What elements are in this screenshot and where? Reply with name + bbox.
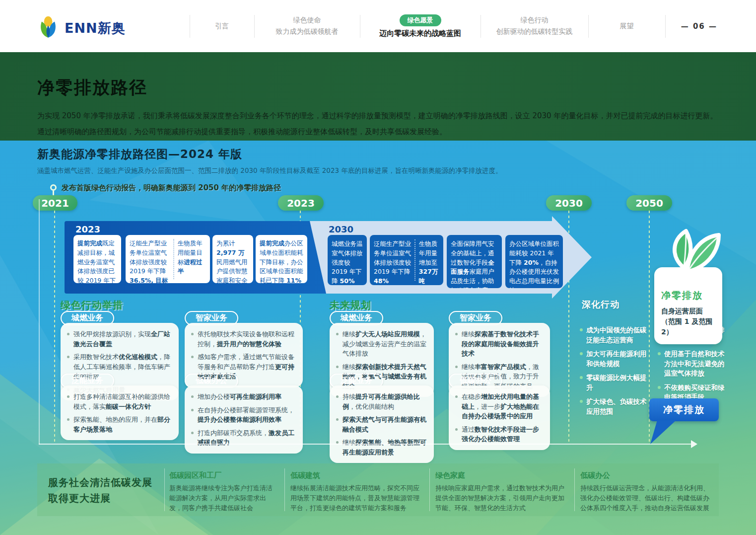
band-divider [429,468,430,511]
footer-col-office-heading: 低碳办公 [580,471,610,480]
leaves-icon [666,226,726,278]
milestone-box-2023-panenergy: 泛能生产型业务单位温室气体排放强度较 2019 年下降 36.5%, 目标进程过… [126,235,210,283]
milestone-2021-note: 发布首版绿色行动报告，明确新奥能源到 2050 年的净零排放路径 [62,183,281,193]
netzero-badge: 净零排放 自身运营层面 （范围 1 及范围 2） [654,267,722,344]
footer-col-family-body: 持续响应家庭用户需求，通过数智技术为用户提供全面的智慧解决方案，引领用户走向更加… [435,483,567,513]
year-pill-2050: 2050 [626,195,672,211]
diagram-title: 新奥能源净零排放路径图—2024 年版 [37,147,242,162]
year-pill-2030: 2030 [546,195,592,211]
card-actions-panenergy: 打造多种清洁能源互补的能源供给模式，落实能碳一体化方针 探索氢能、地热的应用，并… [61,385,179,440]
netzero-badge-scope-line1: 自身运营层面 [661,306,715,316]
diagram-subtitle: 涵盖城市燃气运营、泛能生产设施及办公层面范围一、范围二排放的 2030 年阶段性… [37,166,502,175]
footer-col-family-heading: 绿色家庭 [435,471,465,480]
hero-band: 净零排放路径 为实现 2050 年净零排放承诺，我们秉承将低碳发展深度整合到业务… [0,52,756,141]
enn-logo[interactable]: ENN新奥 [37,15,126,42]
milestone-box-2023-smarthome: 为累计2,977 万民用燃气用户提供智慧家庭和安全服务 [212,235,253,283]
top-nav-bar: ENN新奥 引言 绿色使命 致力成为低碳领航者 绿色愿景 迈向零碳未来的战略蓝图… [0,0,756,52]
year-pill-2023: 2023 [278,195,324,211]
footer-col-office-body: 持续践行低碳运营理念，从能源清洁化利用、强化办公楼能效管理、低碳出行、构建低碳办… [580,483,713,513]
netzero-badge-scope-line2: （范围 1 及范围 2） [661,316,715,337]
page-number: — 06 — [681,0,717,52]
pin-icon [50,184,57,191]
footer-col-parks-heading: 低碳园区和工厂 [169,471,221,480]
section-heading-future: 未来规划 [330,299,371,312]
footer-col-parks-body: 新奥能源将继续专注为客户打造清洁能源解决方案，从用户实际需求出发，同客户携手共建… [169,483,277,513]
society-progress-band: 服务社会清洁低碳发展 取得更大进展 低碳园区和工厂 新奥能源将继续专注为客户打造… [37,463,719,516]
nav-item-green-mission[interactable]: 绿色使命 致力成为低碳领航者 [254,0,360,52]
target-box-2030-smarthome: 全面保障用气安全的基础上，通过数智化手段全面服务家庭用户品质生活，协助打造绿色家… [447,235,502,288]
intro-paragraph: 为实现 2050 年净零排放承诺，我们秉承将低碳发展深度整合到业务各个环节的理念… [37,108,722,140]
arrow-label-2030: 2030 [329,224,353,234]
enn-leaf-icon [37,15,60,42]
target-box-2030-citygas: 城燃业务温室气体排放强度较 2019 年下降 50% [328,235,367,285]
milestone-box-2023-office: 提前完成办公区域单位面积能耗下降目标，办公区域单位面积能耗已下降 11% [256,235,307,283]
footer-col-buildings-body: 继续拓展清洁能源技术应用范畴，探究不同应用场景下建筑的用能特点，普及智慧能源管理… [290,483,422,513]
report-page: ENN新奥 引言 绿色使命 致力成为低碳领航者 绿色愿景 迈向零碳未来的战略蓝图… [0,0,756,535]
netzero-callout-bubble: 净零排放 [649,398,719,421]
chart-axis-horizontal [39,444,691,445]
arrow-label-2023: 2023 [75,224,100,234]
band-divider [574,468,575,511]
netzero-callout-tail [650,420,678,447]
nav-item-green-action[interactable]: 绿色行动 创新驱动的低碳转型实践 [481,0,588,52]
enn-logo-text: ENN新奥 [65,19,126,37]
chart-axis-vertical [39,199,40,445]
nav-item-outlook[interactable]: 展望 [588,0,665,52]
section-heading-actions: 绿色行动举措 [61,299,123,312]
target-box-2030-panenergy: 泛能生产型业务单位温室气体排放强度较 2019 年下降 48% 生物质年用量增加… [370,235,443,285]
nav-item-intro[interactable]: 引言 [190,0,254,52]
section-heading-deepen: 深化行动 [582,299,619,310]
netzero-badge-title: 净零排放 [661,289,715,302]
target-box-2030-office: 办公区域单位面积能耗较 2021 年下降 20%，自持办公楼使用光伏发电占总用电… [505,235,563,288]
card-future-panenergy: 持续提升可再生能源供给比例，优化供能结构 探索天然气与可再生能源有机融合模式 继… [330,385,434,463]
deepen-actions-list: 成为中国领先的低碳泛能生态运营商 加大可再生能源利用和供给规模 零碳能源比例大幅… [580,325,652,421]
timeline-dash-2021 [54,211,55,444]
band-divider [164,468,165,511]
card-future-office: 在稳步增加光伏用电量的基础上，进一步扩大地热能在自持办公楼场景中的应用 通过数智… [449,385,550,450]
nav-divider [665,15,666,38]
nav-item-green-vision-active[interactable]: 绿色愿景 迈向零碳未来的战略蓝图 [360,0,481,52]
page-title: 净零排放路径 [37,76,147,99]
axis-arrow-icon [691,440,697,448]
society-progress-title: 服务社会清洁低碳发展 取得更大进展 [48,474,152,506]
pathway-diagram: 新奥能源净零排放路径图—2024 年版 涵盖城市燃气运营、泛能生产设施及办公层面… [0,141,756,535]
milestone-box-2023-citygas: 提前完成既定减排目标，城燃业务温室气体排放强度已较 2019 年下降 28.5% [73,235,121,283]
footer-col-buildings-heading: 低碳建筑 [290,471,320,480]
band-divider [284,468,285,511]
